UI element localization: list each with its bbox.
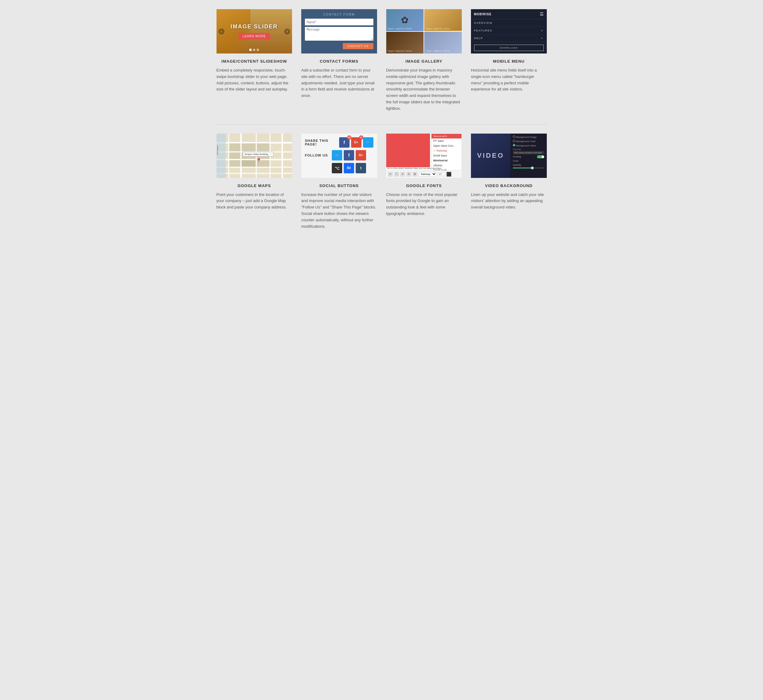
card-desc-mobile-menu: Horizontal site menu folds itself into a… <box>471 67 547 93</box>
mm-logo: MOBIRISE <box>474 12 492 16</box>
fonts-toolbar: ↩ □ ≡ ≡ ⚙ Raleway <box>386 170 462 178</box>
gallery-caption-4: Type caption here <box>425 50 450 52</box>
map-close-icon[interactable]: × <box>270 153 271 156</box>
vp-option-bg-video: Background Video <box>513 144 544 147</box>
slider-learn-more-button[interactable]: LEARN MORE <box>238 33 270 39</box>
fonts-color-picker[interactable] <box>447 172 451 177</box>
cf-message-input[interactable] <box>305 27 373 41</box>
gallery-cell-3[interactable]: Type caption here <box>386 32 424 54</box>
vp-option-bg-image: Background Image <box>513 135 544 139</box>
fonts-item-raleway[interactable]: ✓ Raleway <box>431 148 461 153</box>
follow-label: FOLLOW US <box>305 153 329 157</box>
radio-bg-image[interactable] <box>513 135 515 138</box>
follow-buttons: 🐦 f G+ <box>332 150 366 161</box>
vp-opacity-slider[interactable] <box>513 167 544 169</box>
card-desc-maps: Point your customers in the location of … <box>216 192 292 211</box>
follow-row: FOLLOW US 🐦 f G+ <box>305 150 373 161</box>
vp-youtube-input[interactable] <box>513 151 544 155</box>
slider-dots <box>249 48 259 51</box>
card-desc-slider: Embed a completely responsive, touch-swi… <box>216 67 292 93</box>
feature-grid-row1: IMAGE SLIDER LEARN MORE ‹ › IMAGE/CONTEN… <box>216 9 547 112</box>
fonts-item-montserrat[interactable]: Montserrat <box>431 158 461 163</box>
share-row: SHARE THIS PAGE! f 192 G+ 47 🐦 <box>305 137 373 148</box>
vp-slider-fill <box>513 167 532 169</box>
fonts-red-bg <box>386 134 430 167</box>
fonts-size-input[interactable] <box>438 172 445 176</box>
preview-google-maps: Times Square Empire State Building × 📍 <box>216 134 292 178</box>
card-image-slider: IMAGE SLIDER LEARN MORE ‹ › IMAGE/CONTEN… <box>216 9 292 112</box>
cf-name-input[interactable] <box>305 19 373 25</box>
preview-mobile-menu: MOBIRISE ☰ OVERVIEW FEATURES ▼ HELP ▼ DO… <box>471 9 547 53</box>
svg-text:Times Square: Times Square <box>216 145 218 155</box>
video-preview-area: VIDEO <box>471 134 511 178</box>
toolbar-icon-3[interactable]: ≡ <box>400 172 405 177</box>
mm-item-help[interactable]: HELP ▼ <box>471 34 547 42</box>
chevron-down-icon-2: ▼ <box>541 37 544 40</box>
cf-submit-button[interactable]: CONTACT US <box>343 43 373 49</box>
share-facebook-button[interactable]: f 192 <box>339 137 349 148</box>
fonts-item-pt-sans[interactable]: PT Sans <box>431 139 461 143</box>
preview-social-buttons: SHARE THIS PAGE! f 192 G+ 47 🐦 <box>301 134 377 178</box>
mm-item-overview[interactable]: OVERVIEW <box>471 19 547 27</box>
card-title-social: SOCIAL BUTTONS <box>301 183 377 188</box>
slider-dot-1[interactable] <box>249 48 252 51</box>
fonts-bottom-text: ite in a few clicks! Mobirise helps you … <box>386 167 462 169</box>
toolbar-icon-2[interactable]: □ <box>394 172 399 177</box>
map-pin[interactable]: 📍 <box>255 158 262 164</box>
card-desc-contact: Add a subscribe or contact form to your … <box>301 67 377 99</box>
preview-image-slider: IMAGE SLIDER LEARN MORE ‹ › <box>216 9 292 53</box>
page-wrapper: IMAGE SLIDER LEARN MORE ‹ › IMAGE/CONTEN… <box>210 0 553 251</box>
slider-dot-2[interactable] <box>253 48 255 51</box>
github-button[interactable]: ⌥ <box>332 163 342 173</box>
svg-rect-18 <box>229 160 240 167</box>
mm-header: MOBIRISE ☰ <box>471 9 547 19</box>
svg-rect-14 <box>257 143 269 151</box>
follow-twitter-button[interactable]: 🐦 <box>332 150 342 161</box>
radio-bg-video[interactable] <box>513 144 515 147</box>
tumblr-button[interactable]: t <box>356 163 366 173</box>
gallery-cell-4[interactable]: Type caption here <box>424 32 462 54</box>
follow-googleplus-button[interactable]: G+ <box>356 150 366 161</box>
fonts-item-open-sans[interactable]: Open Sans Con... <box>431 143 461 148</box>
fonts-family-select[interactable]: Raleway <box>419 172 437 177</box>
vp-overlay-row: Overlay <box>513 155 544 158</box>
card-title-fonts: GOOGLE FONTS <box>386 183 462 188</box>
card-desc-social: Increase the number of your site visitor… <box>301 192 377 230</box>
card-google-fonts: Source-serif... PT Sans Open Sans Con...… <box>386 134 462 230</box>
toolbar-icon-1[interactable]: ↩ <box>388 172 393 177</box>
gallery-caption-2: Type caption here <box>425 27 450 30</box>
card-video-background: VIDEO Background Image Background Color … <box>471 134 547 230</box>
svg-rect-19 <box>241 160 255 167</box>
slider-prev-arrow[interactable]: ‹ <box>218 28 224 34</box>
vp-opacity-row: Opacity <box>513 164 544 166</box>
preview-video-background: VIDEO Background Image Background Color … <box>471 134 547 178</box>
share-buttons: f 192 G+ 47 🐦 <box>339 137 373 148</box>
toolbar-icon-5[interactable]: ⚙ <box>412 172 417 177</box>
slider-next-arrow[interactable]: › <box>284 28 290 34</box>
preview-google-fonts: Source-serif... PT Sans Open Sans Con...… <box>386 134 462 178</box>
share-twitter-button[interactable]: 🐦 <box>363 137 373 148</box>
mm-download-button[interactable]: DOWNLOAD <box>474 45 544 51</box>
toolbar-icon-4[interactable]: ≡ <box>406 172 411 177</box>
mm-item-features[interactable]: FEATURES ▼ <box>471 27 547 34</box>
vp-youtube-label: YouTube <box>513 148 544 150</box>
facebook-badge: 192 <box>347 135 351 140</box>
radio-bg-color[interactable] <box>513 140 515 142</box>
follow-facebook-button[interactable]: f <box>344 150 354 161</box>
hamburger-icon[interactable]: ☰ <box>540 12 544 17</box>
gallery-cell-1[interactable]: ✿ Type caption here <box>386 9 424 31</box>
vp-slider-thumb[interactable] <box>531 167 534 169</box>
preview-image-gallery: ✿ Type caption here Type caption here Ty… <box>386 9 462 53</box>
vp-overlay-toggle[interactable] <box>537 155 544 158</box>
slider-dot-3[interactable] <box>257 48 259 51</box>
behance-button[interactable]: Bē <box>344 163 354 173</box>
video-label: VIDEO <box>477 152 504 159</box>
fonts-dropdown-header: Source-serif... <box>431 134 461 139</box>
card-google-maps: Times Square Empire State Building × 📍 G… <box>216 134 292 230</box>
gallery-cell-2[interactable]: Type caption here <box>424 9 462 31</box>
fonts-item-droid-sans[interactable]: Droid Sans <box>431 153 461 158</box>
svg-rect-15 <box>229 153 240 159</box>
more-social-row: ⌥ Bē t <box>305 163 373 173</box>
share-label: SHARE THIS PAGE! <box>305 139 337 146</box>
share-googleplus-button[interactable]: G+ 47 <box>351 137 362 148</box>
